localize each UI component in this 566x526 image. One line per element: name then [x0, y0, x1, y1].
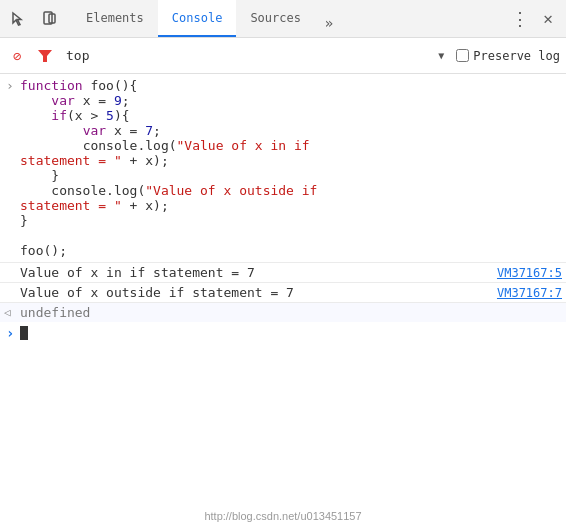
- output-line-1-link[interactable]: VM37167:5: [477, 266, 562, 280]
- watermark: http://blog.csdn.net/u013451157: [0, 506, 566, 526]
- log-level-dropdown[interactable]: ▼: [432, 47, 450, 65]
- output-line-2: Value of x outside if statement = 7 VM37…: [0, 282, 566, 302]
- tab-sources[interactable]: Sources: [236, 0, 315, 37]
- console-output: function foo(){ var x = 9; if(x > 5){ va…: [0, 74, 566, 506]
- tab-console[interactable]: Console: [158, 0, 237, 37]
- tab-elements[interactable]: Elements: [72, 0, 158, 37]
- preserve-log-checkbox[interactable]: [456, 49, 469, 62]
- output-line-2-text: Value of x outside if statement = 7: [20, 285, 294, 300]
- tab-bar: Elements Console Sources » ⋮ ✕: [0, 0, 566, 38]
- console-input-line[interactable]: [0, 322, 566, 344]
- code-text: function foo(){ var x = 9; if(x > 5){ va…: [20, 78, 562, 258]
- preserve-log-checkbox-area[interactable]: Preserve log: [456, 49, 560, 63]
- output-line-1: Value of x in if statement = 7 VM37167:5: [0, 262, 566, 282]
- filter-input[interactable]: [62, 48, 426, 63]
- undefined-text: undefined: [20, 305, 90, 320]
- output-line-2-link[interactable]: VM37167:7: [477, 286, 562, 300]
- tab-list: Elements Console Sources »: [72, 0, 343, 37]
- preserve-log-label: Preserve log: [473, 49, 560, 63]
- devtools-menu-button[interactable]: ⋮: [506, 5, 534, 33]
- output-line-1-text: Value of x in if statement = 7: [20, 265, 255, 280]
- undefined-result-line: undefined: [0, 302, 566, 322]
- svg-marker-2: [38, 50, 52, 62]
- filter-icon: [34, 45, 56, 67]
- console-cursor: [20, 326, 28, 340]
- code-block: function foo(){ var x = 9; if(x > 5){ va…: [0, 74, 566, 262]
- close-devtools-button[interactable]: ✕: [534, 5, 562, 33]
- more-tabs-button[interactable]: »: [315, 9, 343, 37]
- device-icon-btn[interactable]: [36, 5, 64, 33]
- console-toolbar: ⊘ ▼ Preserve log: [0, 38, 566, 74]
- clear-console-button[interactable]: ⊘: [6, 45, 28, 67]
- cursor-icon-btn[interactable]: [4, 5, 32, 33]
- tab-icon-group: [4, 5, 64, 33]
